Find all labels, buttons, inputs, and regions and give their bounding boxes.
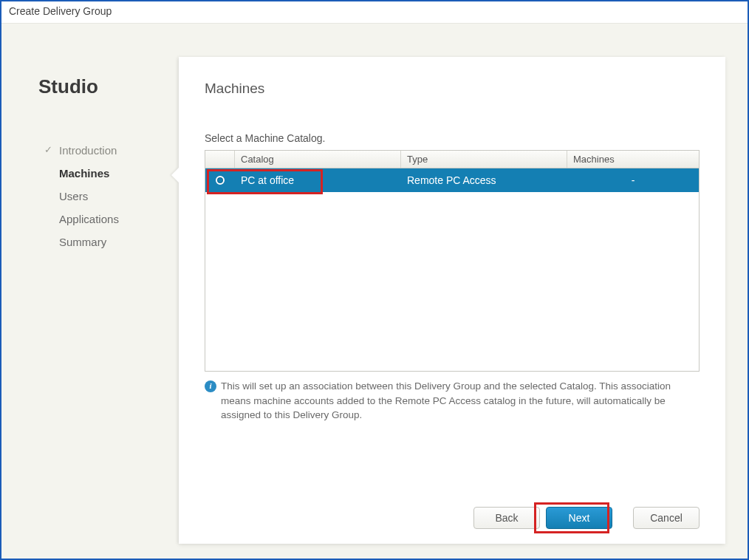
step-introduction[interactable]: Introduction [38,139,179,162]
wizard-body: Studio Introduction Machines Users Appli… [1,24,748,559]
page-heading: Machines [205,81,700,97]
info-note-text: This will set up an association between … [221,379,700,423]
panel-caret-icon [171,168,179,182]
row-type-cell: Remote PC Access [401,168,567,192]
row-machines-cell: - [567,168,699,192]
wizard-content-panel: Machines Select a Machine Catalog. Catal… [179,57,725,544]
wizard-button-row: Back Next Cancel [205,470,700,529]
step-label: Introduction [59,144,117,157]
page-subheading: Select a Machine Catalog. [205,132,700,144]
window-title-text: Create Delivery Group [9,5,112,17]
cancel-button[interactable]: Cancel [633,507,700,529]
step-label: Machines [59,167,109,180]
col-type[interactable]: Type [401,151,567,168]
radio-icon [216,176,225,185]
step-machines[interactable]: Machines [38,162,179,185]
step-label: Applications [59,213,119,225]
info-note: i This will set up an association betwee… [205,379,700,423]
window-title: Create Delivery Group [1,1,748,24]
wizard-steps: Introduction Machines Users Applications… [38,139,179,253]
catalog-table: Catalog Type Machines PC at office Remot… [205,150,700,372]
step-users[interactable]: Users [38,185,179,208]
step-label: Users [59,190,88,202]
col-machines[interactable]: Machines [567,151,699,168]
step-applications[interactable]: Applications [38,208,179,231]
wizard-window: Create Delivery Group Studio Introductio… [0,0,749,560]
step-label: Summary [59,236,106,248]
table-row[interactable]: PC at office Remote PC Access - [205,168,699,192]
row-radio-cell[interactable] [205,168,235,192]
brand-title: Studio [38,75,179,98]
table-header: Catalog Type Machines [205,151,699,168]
col-radio [205,151,235,168]
row-catalog-cell: PC at office [235,168,401,192]
col-catalog[interactable]: Catalog [235,151,401,168]
info-icon: i [205,380,216,392]
back-button[interactable]: Back [473,507,540,529]
next-button[interactable]: Next [546,507,612,529]
wizard-sidebar: Studio Introduction Machines Users Appli… [24,57,179,544]
step-summary[interactable]: Summary [38,231,179,253]
